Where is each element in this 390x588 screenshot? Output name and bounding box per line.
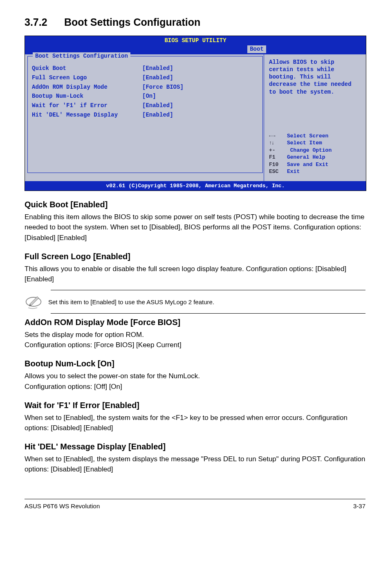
bios-body: Boot Settings Configuration Quick Boot [… [25, 54, 366, 181]
hit-del-body: When set to [Enabled], the system displa… [25, 454, 365, 474]
legend-key: F1 [269, 154, 287, 161]
bios-setting-value: [Enabled] [142, 74, 173, 82]
note-text: Set this item to [Enabled] to use the AS… [48, 296, 214, 308]
addon-rom-body: Sets the display mode for option ROM. Co… [25, 330, 365, 350]
section-heading: 3.7.2 Boot Settings Configuration [25, 16, 365, 28]
bios-setting-value: [Enabled] [142, 102, 173, 110]
full-screen-logo-body: This allows you to enable or disable the… [25, 264, 365, 284]
legend-text: Save and Exit [287, 162, 328, 168]
bios-tab-boot: Boot [247, 45, 266, 53]
note-block: Set this item to [Enabled] to use the AS… [25, 290, 365, 314]
bios-legend-row: ESCExit [269, 168, 332, 175]
footer-right: 3-37 [353, 503, 365, 509]
bios-setting-value: [On] [142, 92, 156, 100]
bios-box-title: Boot Settings Configuration [33, 52, 130, 60]
bios-help-text: Allows BIOS to skip certain tests while … [269, 58, 361, 96]
bootup-numlock-body: Allows you to select the power-on state … [25, 371, 365, 391]
bios-settings-box: Boot Settings Configuration Quick Boot [… [27, 56, 263, 173]
bios-footer: v02.61 (C)Copyright 1985-2008, American … [25, 181, 366, 191]
bios-setting-row: Wait for 'F1' if Error [Enabled] [32, 102, 258, 110]
pencil-icon [25, 293, 43, 311]
bios-setting-label: Full Screen Logo [32, 74, 142, 82]
legend-text: Change Option [287, 147, 332, 153]
bios-setting-value: [Enabled] [142, 65, 173, 72]
bios-setting-row: AddOn ROM Display Mode [Force BIOS] [32, 83, 258, 91]
bios-legend-row: F10Save and Exit [269, 161, 332, 168]
bios-screenshot: BIOS SETUP UTILITY Boot Boot Settings Co… [25, 36, 366, 191]
bios-setting-value: [Enabled] [142, 111, 173, 119]
bios-legend: ←→Select Screen ↑↓Select Item +- Change … [269, 132, 332, 175]
footer-left: ASUS P6T6 WS Revolution [25, 503, 100, 509]
bios-setting-value: [Force BIOS] [142, 83, 184, 91]
section-number: 3.7.2 [25, 16, 61, 28]
section-title-text: Boot Settings Configuration [64, 16, 200, 28]
bios-setting-row: Quick Boot [Enabled] [32, 65, 258, 72]
legend-text: Exit [287, 168, 300, 175]
legend-key: F10 [269, 161, 287, 168]
bios-setting-label: Bootup Num-Lock [32, 92, 142, 100]
bootup-numlock-heading: Bootup Num-Lock [On] [25, 359, 365, 368]
addon-rom-heading: AddOn ROM Display Mode [Force BIOS] [25, 318, 365, 327]
bios-legend-row: ←→Select Screen [269, 132, 332, 140]
quick-boot-body: Enabling this item allows the BIOS to sk… [25, 212, 365, 242]
bios-setting-label: Wait for 'F1' if Error [32, 102, 142, 110]
page-footer: ASUS P6T6 WS Revolution 3-37 [25, 499, 365, 509]
legend-text: Select Item [287, 140, 322, 146]
bios-legend-row: F1General Help [269, 154, 332, 161]
bios-legend-row: ↑↓Select Item [269, 139, 332, 147]
legend-key: ←→ [269, 132, 287, 140]
wait-f1-body: When set to [Enabled], the system waits … [25, 413, 365, 433]
legend-key: ↑↓ [269, 139, 287, 147]
legend-key: ESC [269, 168, 287, 175]
legend-text: Select Screen [287, 133, 328, 139]
bios-setting-label: AddOn ROM Display Mode [32, 83, 142, 91]
bios-setting-row: Full Screen Logo [Enabled] [32, 74, 258, 82]
bios-setting-row: Hit 'DEL' Message Display [Enabled] [32, 111, 258, 119]
quick-boot-heading: Quick Boot [Enabled] [25, 200, 365, 209]
wait-f1-heading: Wait for 'F1' If Error [Enabled] [25, 401, 365, 410]
bios-header-title: BIOS SETUP UTILITY [25, 37, 366, 45]
legend-text: General Help [287, 154, 325, 160]
bios-setting-label: Hit 'DEL' Message Display [32, 111, 142, 119]
bios-header: BIOS SETUP UTILITY Boot [25, 36, 366, 54]
bios-setting-row: Bootup Num-Lock [On] [32, 92, 258, 100]
bios-left-panel: Boot Settings Configuration Quick Boot [… [25, 54, 264, 181]
full-screen-logo-heading: Full Screen Logo [Enabled] [25, 252, 365, 261]
bios-right-panel: Allows BIOS to skip certain tests while … [264, 54, 366, 181]
legend-key: +- [269, 147, 287, 154]
bios-setting-label: Quick Boot [32, 65, 142, 72]
hit-del-heading: Hit 'DEL' Message Display [Enabled] [25, 442, 365, 451]
bios-legend-row: +- Change Option [269, 147, 332, 154]
